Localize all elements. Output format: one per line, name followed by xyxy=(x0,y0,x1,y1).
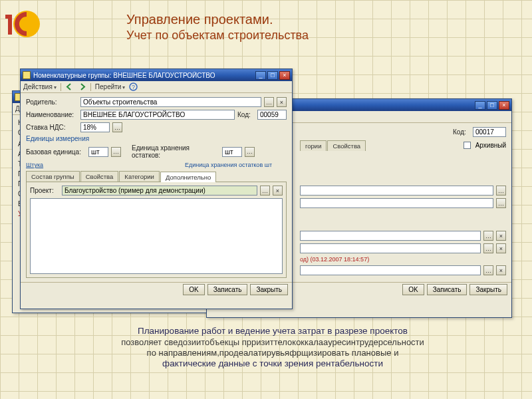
help-icon[interactable]: ? xyxy=(129,82,138,91)
units-section-title: Единицы измерения xyxy=(26,135,287,142)
clear-button[interactable]: × xyxy=(277,97,287,107)
write-button[interactable]: Записать xyxy=(427,284,467,295)
clear-button[interactable]: × xyxy=(496,231,506,241)
ellipsis-button[interactable]: … xyxy=(483,243,493,253)
svg-rect-2 xyxy=(5,15,12,19)
heading-main: Управление проектами xyxy=(126,12,269,27)
minimize-button[interactable]: _ xyxy=(475,101,485,110)
clear-button[interactable]: × xyxy=(496,243,506,253)
content-top: Родитель: Объекты строительства … × Наим… xyxy=(21,93,292,282)
additional-area xyxy=(30,198,283,274)
nav-back-icon[interactable] xyxy=(65,82,74,91)
ok-button[interactable]: OK xyxy=(183,284,204,295)
tab-categories[interactable]: Категории xyxy=(119,171,160,182)
desc-line-1: Планирование работ и ведение учета затра… xyxy=(40,326,505,337)
ellipsis-button[interactable]: … xyxy=(245,147,255,157)
vat-field[interactable]: 18% xyxy=(80,122,110,132)
link-stock-unit[interactable]: Единица хранения остатков шт xyxy=(185,162,272,168)
archive-checkbox[interactable] xyxy=(464,142,471,149)
close-button[interactable]: × xyxy=(279,71,290,80)
name-field[interactable]: ВНЕШНЕЕ БЛАГОУСТРОЙСТВО xyxy=(80,110,235,120)
archive-label: Архивный xyxy=(475,142,506,149)
record-info: од) (03.12.2007 18:14:57) xyxy=(300,256,369,263)
close-button[interactable]: Закрыть xyxy=(469,284,507,295)
kod-field[interactable]: 00059 xyxy=(257,110,287,120)
maximize-button[interactable]: □ xyxy=(487,101,497,110)
heading-sub: Учет по объектам строительства xyxy=(126,29,309,43)
clear-button[interactable]: × xyxy=(496,265,506,275)
window-icon xyxy=(23,71,31,79)
project-label: Проект: xyxy=(30,187,59,194)
tab-props[interactable]: Свойства xyxy=(327,140,366,151)
vat-label: Ставка НДС: xyxy=(26,124,78,131)
titlebar-top[interactable]: Номенклатурные группы: ВНЕШНЕЕ БЛАГОУСТР… xyxy=(21,69,292,81)
ellipsis-button[interactable]: … xyxy=(264,97,274,107)
minimize-button[interactable]: _ xyxy=(255,71,266,80)
page-heading: Управление проектами. Учет по объектам с… xyxy=(126,12,309,43)
ok-button[interactable]: OK xyxy=(402,284,424,295)
heading-dot: . xyxy=(269,12,273,27)
ellipsis-button[interactable]: … xyxy=(496,198,506,208)
field-r5[interactable] xyxy=(300,265,481,275)
ellipsis-button[interactable]: … xyxy=(483,231,493,241)
stock-unit-label: Единица хранения остатков: xyxy=(132,144,219,159)
desc-line-3: по направлениям,продеалатирувьяфрщизиров… xyxy=(40,348,505,358)
toolbar-top: Действия Перейти ? xyxy=(21,81,292,93)
tabs: Состав группы Свойства Категории Дополни… xyxy=(26,171,287,182)
close-button[interactable]: Закрыть xyxy=(250,284,288,295)
desc-line-2: позволяет сведозиитобъекцы прризиттелоко… xyxy=(40,337,505,348)
logo-1c xyxy=(5,5,41,41)
ellipsis-button[interactable]: … xyxy=(483,265,493,275)
write-button[interactable]: Записать xyxy=(207,284,248,295)
tab-body-additional: Проект: Благоустройство (пример для демо… xyxy=(26,182,287,278)
tab-properties[interactable]: Свойства xyxy=(80,171,119,182)
tab-suffix[interactable]: гории xyxy=(300,140,327,151)
close-button[interactable]: × xyxy=(499,101,509,110)
field-r3[interactable] xyxy=(300,231,481,241)
description-text: Планирование работ и ведение учета затра… xyxy=(40,326,505,370)
desc-line-4: фактические данные с точки зрения рентаб… xyxy=(40,358,505,370)
toolbar-separator xyxy=(61,83,61,91)
field-r2[interactable] xyxy=(300,198,493,208)
field-r4[interactable] xyxy=(300,243,481,253)
field-r1[interactable] xyxy=(300,186,493,196)
clear-button[interactable]: × xyxy=(273,186,283,196)
ellipsis-button[interactable]: … xyxy=(112,122,122,132)
ellipsis-button[interactable]: … xyxy=(496,186,506,196)
parent-label: Родитель: xyxy=(26,98,78,106)
ellipsis-button[interactable]: … xyxy=(111,147,121,157)
footer-top: OK Записать Закрыть xyxy=(21,282,292,297)
base-unit-field[interactable]: шт xyxy=(88,147,108,157)
svg-text:?: ? xyxy=(132,84,135,90)
toolbar-actions[interactable]: Действия xyxy=(23,83,57,90)
tab-additional[interactable]: Дополнительно xyxy=(160,172,216,182)
link-piece[interactable]: Штука xyxy=(26,162,43,168)
window-title-top: Номенклатурные группы: ВНЕШНЕЕ БЛАГОУСТР… xyxy=(33,72,254,79)
project-field[interactable]: Благоустройство (пример для демонстрации… xyxy=(62,186,257,196)
window-nomenclature-group: Номенклатурные группы: ВНЕШНЕЕ БЛАГОУСТР… xyxy=(20,68,293,309)
ellipsis-button[interactable]: … xyxy=(260,186,270,196)
kod-label-right: Код: xyxy=(453,128,470,136)
stock-unit-field[interactable]: шт xyxy=(222,147,242,157)
tab-group-content[interactable]: Состав группы xyxy=(26,171,80,182)
kod-label: Код: xyxy=(237,111,255,118)
parent-field[interactable]: Объекты строительства xyxy=(80,97,261,107)
nav-fwd-icon[interactable] xyxy=(78,82,86,91)
base-unit-label: Базовая единица: xyxy=(26,148,86,156)
name-label: Наименование: xyxy=(26,111,78,118)
maximize-button[interactable]: □ xyxy=(267,71,278,80)
toolbar-separator xyxy=(90,83,91,91)
kod-field-right[interactable]: 00017 xyxy=(473,127,506,137)
toolbar-goto[interactable]: Перейти xyxy=(95,83,126,90)
